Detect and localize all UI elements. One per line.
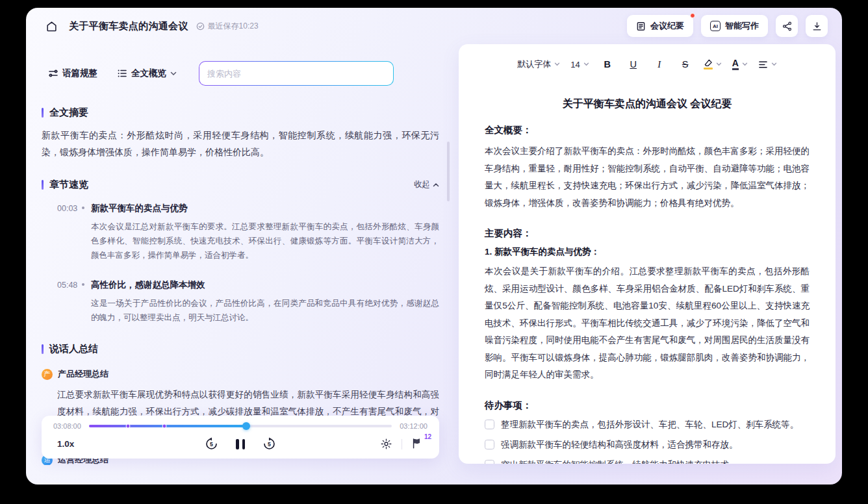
chevron-down-icon <box>170 71 177 76</box>
left-scrollbar[interactable] <box>447 142 450 201</box>
timeline-marker[interactable] <box>126 424 131 429</box>
summary-section-title: 全文摘要 <box>42 107 439 119</box>
chevron-up-icon <box>433 183 439 187</box>
home-button[interactable] <box>42 16 61 36</box>
doc-overview-heading[interactable]: 全文概要： <box>485 124 810 136</box>
transcript-panel: 语篇规整 全文概览 全文摘要 新款平衡车的卖点：外形酷炫时尚，采用轻便车身结构，… <box>42 44 439 485</box>
doc-main-heading[interactable]: 主要内容： <box>485 227 810 240</box>
rewind-5-icon: 5 <box>204 436 219 451</box>
pause-icon <box>236 439 245 449</box>
ai-writing-button[interactable]: AI 智能写作 <box>701 15 768 37</box>
progress-fill <box>89 425 246 427</box>
doc-todo-heading[interactable]: 待办事项： <box>485 399 810 412</box>
italic-button[interactable]: I <box>652 57 667 72</box>
overview-list-icon <box>117 68 127 79</box>
font-color-button[interactable]: A <box>732 58 748 70</box>
player-settings-button[interactable] <box>379 436 394 451</box>
progress-thumb[interactable] <box>242 422 250 430</box>
speakers-section-title: 说话人总结 <box>42 343 439 355</box>
doc-section1-body[interactable]: 本次会议是关于新款平衡车的介绍。江总要求整理新款平衡车的卖点，包括外形酷炫、采用… <box>485 263 810 384</box>
chapter-timestamp[interactable]: 00:03 <box>57 204 82 213</box>
header: 关于平衡车卖点的沟通会议 最近保存10:23 会议纪要 AI 智能写作 <box>26 8 842 44</box>
notification-dot <box>690 13 695 18</box>
overview-dropdown[interactable]: 全文概览 <box>110 62 183 84</box>
pause-button[interactable] <box>235 438 246 451</box>
progress-track[interactable] <box>89 425 392 427</box>
highlight-color-button[interactable] <box>704 59 722 69</box>
minutes-button-label: 会议纪要 <box>650 20 684 32</box>
download-icon <box>811 21 823 32</box>
checkbox-icon[interactable] <box>485 420 494 429</box>
editor-panel: 默认字体 14 B U I S <box>459 44 836 464</box>
forward-5-button[interactable]: 5 <box>261 435 278 453</box>
checkbox-icon[interactable] <box>485 440 494 449</box>
share-button[interactable] <box>776 15 798 37</box>
meeting-minutes-button[interactable]: 会议纪要 <box>627 15 693 37</box>
chapter-body: 本次会议是江总对新款平衡车的要求。江总要求整理新款平衡车的卖点，包括外形酷炫、车… <box>91 220 439 262</box>
flag-marker-button[interactable]: 12 <box>410 436 428 452</box>
check-circle-icon <box>196 22 205 31</box>
underline-button[interactable]: U <box>626 57 641 72</box>
doc-section1-heading[interactable]: 1. 新款平衡车的卖点与优势： <box>485 246 810 258</box>
chapter-item[interactable]: 05:48 高性价比，感谢赵总降本增效 这是一场关于产品性价比的会议，产品性价比… <box>42 279 439 325</box>
editor-toolbar: 默认字体 14 B U I S <box>459 44 836 79</box>
align-icon <box>758 60 768 69</box>
share-icon <box>782 21 793 32</box>
chapter-timestamp[interactable]: 05:48 <box>57 281 82 290</box>
timeline-marker[interactable] <box>162 424 167 429</box>
todo-item[interactable]: 整理新款平衡车的卖点，包括外形设计、车把、车轮、LED灯、刹车系统等。 <box>485 418 810 431</box>
chevron-down-icon <box>742 62 748 66</box>
minutes-doc-icon <box>636 21 646 31</box>
flag-icon <box>411 437 422 449</box>
ai-writing-label: 智能写作 <box>725 20 759 32</box>
speaker-avatar: 产 <box>42 369 53 380</box>
font-family-dropdown[interactable]: 默认字体 <box>517 58 560 70</box>
svg-text:5: 5 <box>268 441 271 447</box>
chevron-down-icon <box>583 62 589 66</box>
summary-body: 新款平衡车的卖点：外形酷炫时尚，采用轻便车身结构，智能控制系统，续航能力强，环保… <box>42 127 439 160</box>
page-title: 关于平衡车卖点的沟通会议 <box>69 20 188 32</box>
font-color-icon: A <box>732 58 739 70</box>
current-time: 03:08:00 <box>53 422 81 430</box>
total-time: 03:12:00 <box>400 422 428 430</box>
flag-count: 12 <box>424 433 431 440</box>
section-accent-bar <box>42 108 44 118</box>
app-window: 关于平衡车卖点的沟通会议 最近保存10:23 会议纪要 AI 智能写作 <box>26 8 842 485</box>
todo-item[interactable]: 突出新款平衡车的智能控制系统、续航能力和快速充电技术。 <box>485 459 810 464</box>
font-size-dropdown[interactable]: 14 <box>570 60 589 69</box>
rewind-5-button[interactable]: 5 <box>203 435 220 453</box>
chapter-title: 高性价比，感谢赵总降本增效 <box>91 279 205 291</box>
bullet-dot <box>82 207 84 209</box>
discourse-format-button[interactable]: 语篇规整 <box>42 62 104 84</box>
align-dropdown[interactable] <box>758 60 777 69</box>
chapter-title: 新款平衡车的卖点与优势 <box>91 203 188 214</box>
svg-text:5: 5 <box>210 441 213 447</box>
chapters-section: 章节速览 收起 00:03 新款平衡车的卖点与优势 本次 <box>42 179 439 325</box>
bullet-dot <box>82 283 84 286</box>
bold-button[interactable]: B <box>600 57 615 72</box>
todo-item[interactable]: 强调新款平衡车的轻便结构和高强度材料，适合携带和存放。 <box>485 438 810 451</box>
doc-title[interactable]: 关于平衡车卖点的沟通会议 会议纪要 <box>485 97 810 111</box>
search-input[interactable] <box>199 61 394 86</box>
doc-overview-body[interactable]: 本次会议主要介绍了新款平衡车的卖点：外形时尚酷炫，颜色丰富多彩；采用轻便的车身结… <box>485 143 810 212</box>
left-toolbar: 语篇规整 全文概览 <box>42 44 439 86</box>
chapters-section-title: 章节速览 <box>42 179 88 191</box>
strikethrough-button[interactable]: S <box>678 57 693 72</box>
collapse-button[interactable]: 收起 <box>414 179 439 190</box>
playback-speed-button[interactable]: 1.0x <box>53 439 78 449</box>
overview-dropdown-label: 全文概览 <box>131 68 166 79</box>
section-accent-bar <box>42 344 44 354</box>
audio-player: 03:08:00 03:12:00 1.0x 5 <box>42 416 439 459</box>
download-button[interactable] <box>806 15 828 37</box>
chevron-down-icon <box>716 62 722 66</box>
forward-5-icon: 5 <box>262 436 277 451</box>
chevron-down-icon <box>554 62 560 66</box>
ai-icon: AI <box>710 21 721 31</box>
document-editor[interactable]: 关于平衡车卖点的沟通会议 会议纪要 全文概要： 本次会议主要介绍了新款平衡车的卖… <box>459 79 836 464</box>
section-accent-bar <box>42 180 44 190</box>
speaker-name: 产品经理总结 <box>58 368 108 380</box>
home-icon <box>45 20 58 32</box>
chevron-down-icon <box>771 62 777 66</box>
chapter-item[interactable]: 00:03 新款平衡车的卖点与优势 本次会议是江总对新款平衡车的要求。江总要求整… <box>42 203 439 262</box>
checkbox-icon[interactable] <box>485 460 494 464</box>
